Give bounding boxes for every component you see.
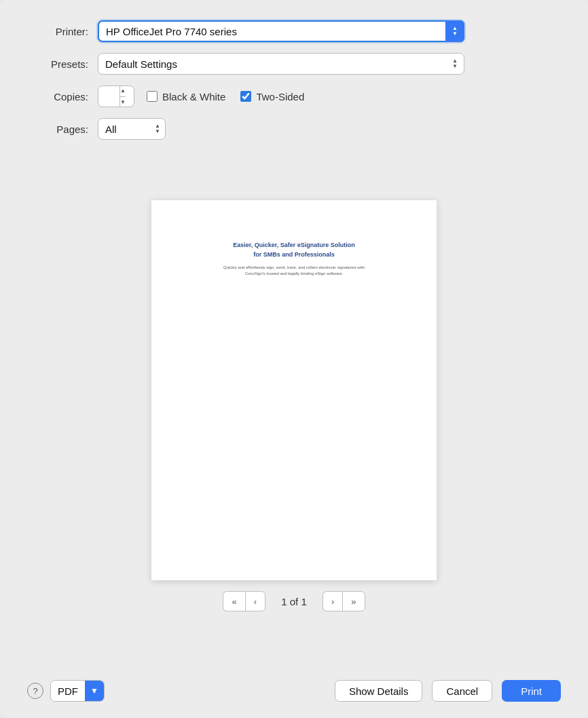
last-page-button[interactable]: » (342, 591, 365, 611)
pdf-button[interactable]: PDF ▼ (50, 680, 105, 702)
pages-select[interactable]: All (98, 118, 166, 140)
pages-row: Pages: All ▲ ▼ (27, 118, 561, 140)
pdf-label: PDF (51, 685, 85, 697)
copies-increment-icon: ▲ (120, 86, 126, 97)
printer-row: Printer: HP OfficeJet Pro 7740 series ▲ … (27, 20, 561, 42)
nav-next-group: › » (323, 591, 365, 611)
form-section: Printer: HP OfficeJet Pro 7740 series ▲ … (27, 20, 561, 140)
two-sided-checkbox-label[interactable]: Two-Sided (240, 91, 304, 102)
total-pages: 1 (301, 596, 306, 607)
page-info: 1 of 1 (274, 596, 314, 607)
last-page-icon: » (351, 597, 356, 607)
copies-row: Copies: 1 ▲ ▼ Black & White Two-Sided (27, 86, 561, 107)
presets-label: Presets: (27, 58, 88, 70)
prev-page-icon: ‹ (254, 597, 257, 607)
preview-subtitle: Quickly and effortlessly sign, send, tra… (223, 265, 365, 277)
black-white-checkbox[interactable] (147, 91, 158, 102)
help-button[interactable]: ? (27, 683, 43, 699)
presets-select-container[interactable]: Default Settings ▲ ▼ (98, 53, 464, 75)
first-page-button[interactable]: « (223, 591, 244, 611)
copies-stepper: 1 ▲ ▼ (98, 86, 134, 107)
cancel-button[interactable]: Cancel (432, 680, 492, 702)
copies-decrement-icon: ▼ (120, 97, 126, 108)
presets-select[interactable]: Default Settings (98, 53, 464, 75)
copies-label: Copies: (27, 91, 88, 102)
bottom-action-buttons: Show Details Cancel Print (335, 680, 561, 702)
pages-select-container[interactable]: All ▲ ▼ (98, 118, 166, 140)
print-button[interactable]: Print (502, 680, 561, 702)
first-page-icon: « (232, 597, 236, 607)
print-dialog: Printer: HP OfficeJet Pro 7740 series ▲ … (0, 0, 588, 718)
show-details-button[interactable]: Show Details (335, 680, 423, 702)
black-white-checkbox-label[interactable]: Black & White (147, 91, 225, 102)
copies-stepper-button[interactable]: ▲ ▼ (120, 86, 134, 107)
chevron-down-icon: ▼ (90, 686, 98, 696)
bottom-bar: ? PDF ▼ Show Details Cancel Print (27, 673, 561, 702)
two-sided-label: Two-Sided (256, 91, 304, 102)
printer-select-container[interactable]: HP OfficeJet Pro 7740 series ▲ ▼ (98, 20, 464, 42)
page-navigation: « ‹ 1 of 1 › » (223, 591, 365, 611)
bottom-left-controls: ? PDF ▼ (27, 680, 105, 702)
printer-select[interactable]: HP OfficeJet Pro 7740 series (98, 20, 464, 42)
black-white-label: Black & White (162, 91, 225, 102)
prev-page-button[interactable]: ‹ (245, 591, 265, 611)
presets-row: Presets: Default Settings ▲ ▼ (27, 53, 561, 75)
preview-content: Easier, Quicker, Safer eSignature Soluti… (223, 241, 365, 277)
next-page-icon: › (331, 597, 334, 607)
preview-area: Easier, Quicker, Safer eSignature Soluti… (27, 152, 561, 660)
preview-title: Easier, Quicker, Safer eSignature Soluti… (223, 241, 365, 259)
printer-label: Printer: (27, 26, 88, 37)
two-sided-checkbox[interactable] (240, 91, 251, 102)
next-page-button[interactable]: › (323, 591, 342, 611)
pages-label: Pages: (27, 124, 88, 135)
current-page: 1 (281, 596, 287, 607)
page-of-text: of (290, 596, 299, 607)
page-preview: Easier, Quicker, Safer eSignature Soluti… (151, 200, 437, 580)
nav-prev-group: « ‹ (223, 591, 265, 611)
pdf-dropdown-arrow[interactable]: ▼ (85, 681, 104, 701)
